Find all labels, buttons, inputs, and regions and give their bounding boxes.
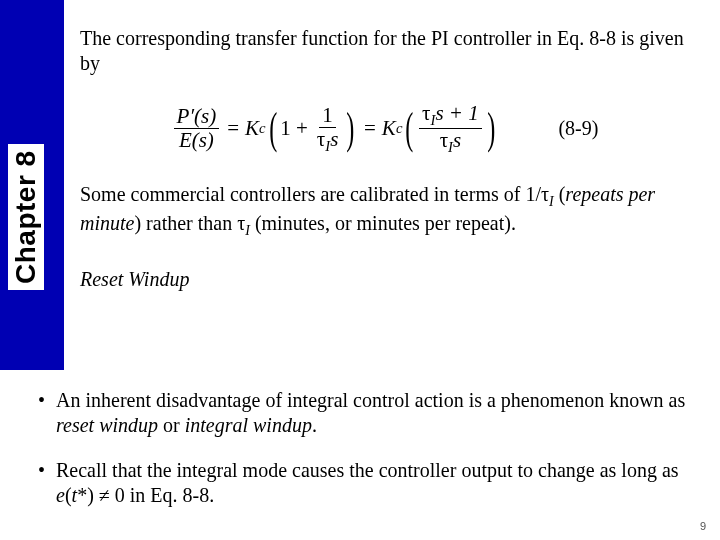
bullet-item: • Recall that the integral mode causes t… [38,458,690,508]
eq-equals-2: = [364,116,376,141]
section-title-reset-windup: Reset Windup [80,268,690,291]
eq-kc2-sub: c [396,120,403,137]
eq-frac2-den: τIs [437,129,465,155]
bullet-text: An inherent disadvantage of integral con… [56,388,690,438]
bullet-item: • An inherent disadvantage of integral c… [38,388,690,438]
intro-text: The corresponding transfer function for … [80,26,690,76]
eq-equals-1: = [227,116,239,141]
chapter-label: Chapter 8 [8,144,44,290]
eq-lhs-den: E(s) [176,129,217,152]
eq-kc1: K [245,116,259,141]
eq-kc2: K [382,116,396,141]
bullet-list: • An inherent disadvantage of integral c… [38,388,690,528]
eq-one-plus: 1 + [280,116,308,141]
bullet-dot-icon: • [38,388,56,438]
eq-frac1-den: τIs [314,128,342,154]
eq-paren-r1: ) [347,111,355,146]
equation-block: P′(s) E(s) = Kc ( 1 + 1 τIs ) = Kc ( τIs… [80,102,690,156]
main-content: The corresponding transfer function for … [80,26,690,291]
bullet-dot-icon: • [38,458,56,508]
eq-paren-r2: ) [487,111,495,146]
page-number: 9 [700,520,706,532]
eq-lhs-num: P′(s) [174,105,220,129]
eq-kc1-sub: c [259,120,266,137]
eq-paren-l1: ( [269,111,277,146]
eq-frac2-num: τIs + 1 [419,102,482,129]
calibration-text: Some commercial controllers are calibrat… [80,182,690,240]
equation-number: (8-9) [558,117,598,140]
bullet-text: Recall that the integral mode causes the… [56,458,690,508]
equation-8-9: P′(s) E(s) = Kc ( 1 + 1 τIs ) = Kc ( τIs… [172,102,499,156]
eq-frac1-num: 1 [319,104,336,128]
eq-paren-l2: ( [406,111,414,146]
